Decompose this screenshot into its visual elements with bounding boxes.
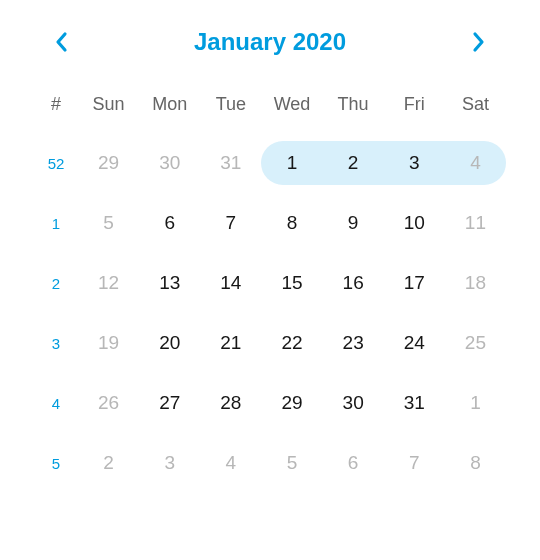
day-cell[interactable]: 14 (200, 253, 261, 313)
week-number: 4 (34, 373, 78, 433)
week-number-header: # (34, 82, 78, 133)
day-cell[interactable]: 25 (445, 313, 506, 373)
day-number: 5 (261, 441, 322, 485)
day-number: 6 (323, 441, 384, 485)
day-cell[interactable]: 8 (445, 433, 506, 493)
day-cell[interactable]: 12 (78, 253, 139, 313)
week-number: 2 (34, 253, 78, 313)
calendar-title[interactable]: January 2020 (194, 28, 346, 56)
day-cell[interactable]: 24 (384, 313, 445, 373)
day-cell[interactable]: 31 (200, 133, 261, 193)
day-number: 13 (139, 261, 200, 305)
day-cell[interactable]: 4 (200, 433, 261, 493)
day-cell[interactable]: 31 (384, 373, 445, 433)
day-number: 2 (323, 141, 384, 185)
day-number: 31 (200, 141, 261, 185)
day-number: 27 (139, 381, 200, 425)
week-number: 52 (34, 133, 78, 193)
weekday-header: Wed (261, 82, 322, 133)
day-number: 15 (261, 261, 322, 305)
day-cell[interactable]: 1 (445, 373, 506, 433)
day-cell[interactable]: 5 (261, 433, 322, 493)
day-cell[interactable]: 6 (323, 433, 384, 493)
day-number: 19 (78, 321, 139, 365)
day-number: 21 (200, 321, 261, 365)
day-number: 1 (261, 141, 322, 185)
day-number: 26 (78, 381, 139, 425)
day-number: 3 (139, 441, 200, 485)
day-cell[interactable]: 8 (261, 193, 322, 253)
day-number: 4 (445, 141, 506, 185)
day-number: 23 (323, 321, 384, 365)
day-cell[interactable]: 29 (261, 373, 322, 433)
day-cell[interactable]: 9 (323, 193, 384, 253)
day-cell[interactable]: 30 (323, 373, 384, 433)
day-cell[interactable]: 3 (139, 433, 200, 493)
day-number: 12 (78, 261, 139, 305)
day-cell[interactable]: 18 (445, 253, 506, 313)
weekday-header: Mon (139, 82, 200, 133)
calendar-grid: # Sun Mon Tue Wed Thu Fri Sat 5229303112… (34, 82, 506, 493)
day-cell[interactable]: 5 (78, 193, 139, 253)
day-number: 2 (78, 441, 139, 485)
day-number: 17 (384, 261, 445, 305)
week-number: 1 (34, 193, 78, 253)
day-number: 11 (445, 201, 506, 245)
day-cell[interactable]: 4 (445, 133, 506, 193)
week-number: 3 (34, 313, 78, 373)
day-cell[interactable]: 27 (139, 373, 200, 433)
day-number: 24 (384, 321, 445, 365)
day-cell[interactable]: 1 (261, 133, 322, 193)
day-cell[interactable]: 15 (261, 253, 322, 313)
day-number: 8 (261, 201, 322, 245)
day-cell[interactable]: 22 (261, 313, 322, 373)
day-cell[interactable]: 7 (384, 433, 445, 493)
day-number: 7 (384, 441, 445, 485)
day-cell[interactable]: 11 (445, 193, 506, 253)
day-number: 9 (323, 201, 384, 245)
day-number: 16 (323, 261, 384, 305)
week-number: 5 (34, 433, 78, 493)
next-month-button[interactable] (464, 28, 492, 56)
day-cell[interactable]: 3 (384, 133, 445, 193)
day-cell[interactable]: 28 (200, 373, 261, 433)
day-number: 7 (200, 201, 261, 245)
day-cell[interactable]: 19 (78, 313, 139, 373)
day-cell[interactable]: 21 (200, 313, 261, 373)
day-number: 1 (445, 381, 506, 425)
weekday-header: Sun (78, 82, 139, 133)
prev-month-button[interactable] (48, 28, 76, 56)
day-number: 29 (261, 381, 322, 425)
chevron-right-icon (470, 31, 486, 53)
day-number: 18 (445, 261, 506, 305)
day-cell[interactable]: 7 (200, 193, 261, 253)
day-cell[interactable]: 29 (78, 133, 139, 193)
day-number: 30 (139, 141, 200, 185)
day-cell[interactable]: 6 (139, 193, 200, 253)
day-number: 30 (323, 381, 384, 425)
day-number: 14 (200, 261, 261, 305)
weekday-header: Fri (384, 82, 445, 133)
day-number: 3 (384, 141, 445, 185)
day-cell[interactable]: 13 (139, 253, 200, 313)
day-cell[interactable]: 26 (78, 373, 139, 433)
day-number: 28 (200, 381, 261, 425)
day-cell[interactable]: 16 (323, 253, 384, 313)
day-cell[interactable]: 20 (139, 313, 200, 373)
day-number: 22 (261, 321, 322, 365)
day-number: 31 (384, 381, 445, 425)
day-number: 5 (78, 201, 139, 245)
day-number: 29 (78, 141, 139, 185)
day-cell[interactable]: 30 (139, 133, 200, 193)
day-cell[interactable]: 2 (78, 433, 139, 493)
day-number: 20 (139, 321, 200, 365)
weekday-header: Thu (323, 82, 384, 133)
day-cell[interactable]: 23 (323, 313, 384, 373)
day-number: 10 (384, 201, 445, 245)
day-cell[interactable]: 2 (323, 133, 384, 193)
day-number: 25 (445, 321, 506, 365)
day-cell[interactable]: 17 (384, 253, 445, 313)
day-cell[interactable]: 10 (384, 193, 445, 253)
weekday-header: Sat (445, 82, 506, 133)
weekday-header: Tue (200, 82, 261, 133)
